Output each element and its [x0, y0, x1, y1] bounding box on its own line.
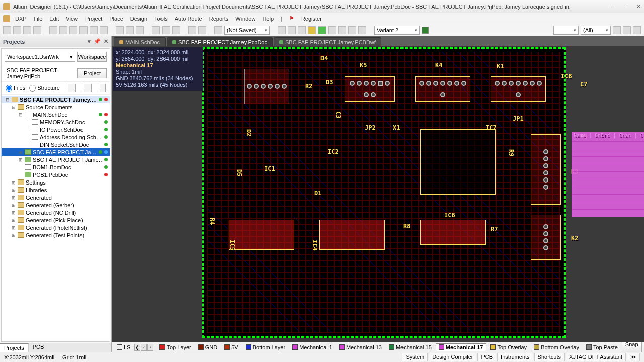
- tb-19[interactable]: [214, 26, 222, 34]
- panel-close-icon[interactable]: ✕: [104, 38, 108, 45]
- structure-radio[interactable]: Structure: [29, 85, 60, 92]
- menu-view[interactable]: View: [63, 15, 81, 23]
- layer-toppaste[interactable]: Top Paste: [583, 343, 621, 351]
- pcb-canvas[interactable]: x: 2024.000 dx: 2024.000 mil y: 2864.000…: [112, 46, 644, 342]
- panel-dropdown-icon[interactable]: ▾: [88, 38, 91, 45]
- layer-botov[interactable]: Bottom Overlay: [531, 343, 582, 351]
- tb-8[interactable]: [79, 26, 88, 34]
- cut-button[interactable]: [116, 26, 124, 34]
- status-pcb[interactable]: PCB: [477, 353, 496, 361]
- tb-26[interactable]: [338, 26, 346, 34]
- tb-21[interactable]: [288, 26, 296, 34]
- workspace-combo[interactable]: Workspace1.DsnWrk▾: [5, 52, 75, 62]
- menu-window[interactable]: Window: [232, 15, 258, 23]
- menu-project[interactable]: Project: [82, 15, 105, 23]
- menu-place[interactable]: Place: [106, 15, 126, 23]
- layer-m1[interactable]: Mechanical 1: [289, 343, 335, 351]
- layer-topov[interactable]: Top Overlay: [487, 343, 530, 351]
- tb-5[interactable]: [49, 26, 57, 34]
- document-tabs: MAIN.SchDoc SBC FAE PROJECT Jamey.PcbDoc…: [112, 36, 644, 46]
- projects-panel: Projects ▾📌✕ Workspace1.DsnWrk▾ Workspac…: [0, 36, 112, 352]
- status-instruments[interactable]: Instruments: [497, 353, 533, 361]
- project-button[interactable]: Project: [77, 68, 107, 78]
- status-system[interactable]: System: [402, 353, 428, 361]
- layer-m17[interactable]: Mechanical 17: [436, 343, 487, 351]
- status-xjtag[interactable]: XJTAG DFT Assistant: [566, 353, 626, 361]
- layer-nav-prev[interactable]: ‹: [141, 344, 147, 351]
- tb-31[interactable]: [633, 26, 641, 34]
- layer-gnd[interactable]: GND: [195, 343, 220, 351]
- tb-28[interactable]: [358, 26, 366, 34]
- layer-m15[interactable]: Mechanical 15: [386, 343, 435, 351]
- doc-tab-pcb[interactable]: SBC FAE PROJECT Jamey.PcbDoc: [167, 37, 273, 46]
- status-shortcuts[interactable]: Shortcuts: [534, 353, 565, 361]
- profile-combo[interactable]: (Not Saved)▾: [224, 26, 270, 35]
- print-button[interactable]: [33, 26, 41, 34]
- doc-tab-dwf[interactable]: SBC FAE PROJECT Jamey.PCBDwf: [274, 37, 381, 46]
- save-button[interactable]: [23, 26, 31, 34]
- project-name: SBC FAE PROJECT Jamey.PrjPcb: [5, 68, 75, 78]
- layer-bottom[interactable]: Bottom Layer: [243, 343, 288, 351]
- menu-file[interactable]: File: [31, 15, 46, 23]
- doc-tab-main[interactable]: MAIN.SchDoc: [114, 37, 166, 46]
- layer-m13[interactable]: Mechanical 13: [336, 343, 385, 351]
- tb-24[interactable]: [318, 26, 326, 34]
- menu-tools[interactable]: Tools: [151, 15, 171, 23]
- workspace-button[interactable]: Workspace: [77, 52, 107, 62]
- tb-20[interactable]: [278, 26, 286, 34]
- open-button[interactable]: [13, 26, 21, 34]
- menu-help[interactable]: Help: [259, 15, 277, 23]
- tb-30[interactable]: [623, 26, 631, 34]
- tb-7[interactable]: [69, 26, 77, 34]
- menu-edit[interactable]: Edit: [46, 15, 62, 23]
- dxp-icon[interactable]: [3, 15, 10, 22]
- tb-9[interactable]: [90, 26, 98, 34]
- zoom-combo[interactable]: ▾: [553, 26, 579, 35]
- tree-opt1[interactable]: [68, 84, 76, 92]
- tb-25[interactable]: [328, 26, 336, 34]
- tb-6[interactable]: [59, 26, 67, 34]
- tb-22[interactable]: [298, 26, 306, 34]
- tree-opt3[interactable]: [100, 84, 106, 92]
- layer-nav-first[interactable]: ❮: [134, 344, 140, 351]
- variant-combo[interactable]: Variant 2▾: [374, 26, 420, 35]
- minimize-icon[interactable]: —: [609, 3, 615, 10]
- menu-register[interactable]: Register: [298, 15, 325, 23]
- paste-button[interactable]: [136, 26, 144, 34]
- status-arrows[interactable]: ≫: [627, 353, 640, 361]
- status-compiler[interactable]: Design Compiler: [429, 353, 476, 361]
- close-icon[interactable]: ✕: [636, 3, 641, 10]
- undo-button[interactable]: [188, 26, 196, 34]
- tb-14[interactable]: [152, 26, 160, 34]
- titlebar: Altium Designer (16.1) - C:\Users\Jamey\…: [0, 0, 644, 13]
- hud: x: 2024.000 dx: 2024.000 mil y: 2864.000…: [113, 47, 203, 90]
- tree-opt2[interactable]: [84, 84, 92, 92]
- menu-autoroute[interactable]: Auto Route: [172, 15, 205, 23]
- menu-reports[interactable]: Reports: [206, 15, 232, 23]
- maximize-icon[interactable]: □: [624, 3, 627, 10]
- layer-tabs: LS ❮‹› Top Layer GND 5V Bottom Layer Mec…: [112, 342, 644, 352]
- variant-swatch[interactable]: [422, 27, 429, 34]
- copy-button[interactable]: [126, 26, 134, 34]
- menu-dxp[interactable]: DXP: [12, 15, 30, 23]
- tb-29[interactable]: [613, 26, 621, 34]
- filter-combo[interactable]: (All)▾: [581, 26, 611, 35]
- tb-27[interactable]: [348, 26, 356, 34]
- new-button[interactable]: [3, 26, 11, 34]
- tab-projects[interactable]: Projects: [0, 343, 29, 352]
- project-tree[interactable]: ⊟SBC FAE PROJECT Jamey.PrjPcb ⊟Source Do…: [2, 95, 110, 341]
- tb-15[interactable]: [162, 26, 170, 34]
- layer-ls[interactable]: LS: [114, 343, 133, 351]
- tb-10[interactable]: [100, 26, 108, 34]
- snap-button[interactable]: Snap: [622, 342, 642, 352]
- redo-button[interactable]: [198, 26, 206, 34]
- menu-design[interactable]: Design: [127, 15, 150, 23]
- files-radio[interactable]: Files: [6, 85, 25, 92]
- tb-16[interactable]: [172, 26, 180, 34]
- tb-23[interactable]: [308, 26, 316, 34]
- layer-5v[interactable]: 5V: [221, 343, 241, 351]
- layer-nav-next[interactable]: ›: [147, 344, 153, 351]
- layer-top[interactable]: Top Layer: [156, 343, 194, 351]
- panel-pin-icon[interactable]: 📌: [94, 38, 101, 45]
- tab-pcb[interactable]: PCB: [29, 343, 49, 352]
